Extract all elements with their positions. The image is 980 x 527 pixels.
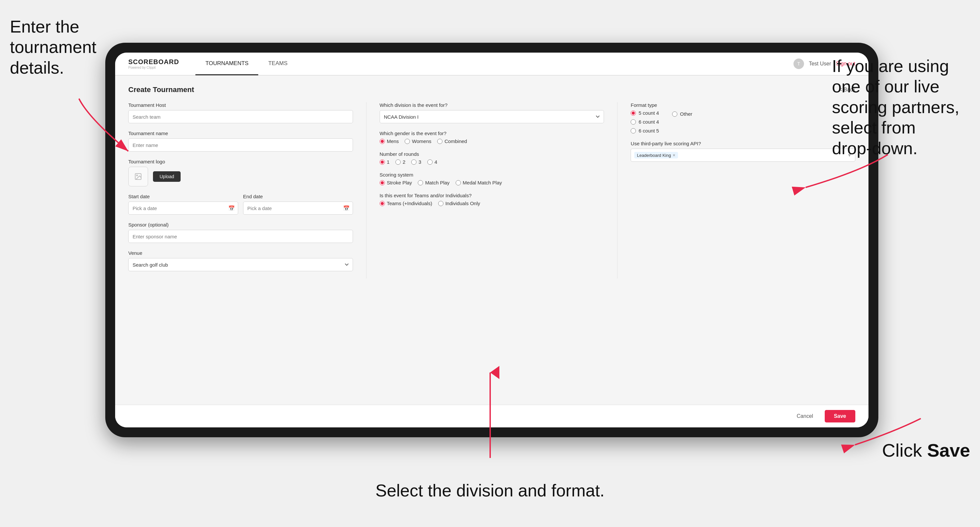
start-date-group: Start date 📅 <box>128 194 238 215</box>
logo-sub: Powered by Clippit <box>128 66 179 69</box>
annotation-topright: If you are usingone of our livescoring p… <box>832 56 970 159</box>
format-5count4-label: 5 count 4 <box>638 110 659 116</box>
tournament-name-label: Tournament name <box>128 130 353 136</box>
col-divider-1 <box>366 102 366 278</box>
form-col-left: Tournament Host Tournament name Tourname… <box>128 102 353 278</box>
division-select[interactable]: NCAA Division I <box>380 110 604 123</box>
page-header: Create Tournament < Back <box>128 86 855 94</box>
division-label: Which division is the event for? <box>380 102 604 108</box>
sponsor-input[interactable] <box>128 230 353 243</box>
venue-group: Venue Search golf club <box>128 250 353 271</box>
user-name: Test User <box>809 61 831 67</box>
rounds-1[interactable]: 1 <box>380 159 390 165</box>
tab-teams[interactable]: TEAMS <box>258 52 298 75</box>
format-other-label: Other <box>680 111 692 117</box>
format-6count5-label: 6 count 5 <box>638 128 659 133</box>
tournament-host-group: Tournament Host <box>128 102 353 123</box>
annotation-save-bold: Save <box>927 440 970 460</box>
svg-point-1 <box>137 175 137 176</box>
tab-tournaments[interactable]: TOURNAMENTS <box>196 52 258 75</box>
page-content: Create Tournament < Back Tournament Host… <box>115 76 869 405</box>
tournament-name-input[interactable] <box>128 138 353 152</box>
venue-select[interactable]: Search golf club <box>128 258 353 271</box>
format-6count4-label: 6 count 4 <box>638 119 659 125</box>
arrow-bottomright-svg <box>829 412 928 451</box>
rounds-label: Number of rounds <box>380 151 604 157</box>
end-date-group: End date 📅 <box>243 194 353 215</box>
logo: SCOREBOARD Powered by Clippit <box>128 58 179 69</box>
arrow-bottomcenter-svg <box>486 369 494 461</box>
scoring-stroke-label: Stroke Play <box>387 180 412 186</box>
gender-mens[interactable]: Mens <box>380 138 399 144</box>
scoring-label: Scoring system <box>380 172 604 178</box>
sponsor-group: Sponsor (optional) <box>128 222 353 243</box>
gender-combined[interactable]: Combined <box>437 138 467 144</box>
gender-group: Which gender is the event for? Mens Wome… <box>380 130 604 144</box>
format-6count5[interactable]: 6 count 5 <box>631 128 659 133</box>
venue-label: Venue <box>128 250 353 256</box>
calendar-icon-start: 📅 <box>228 205 235 211</box>
format-type-group: Format type 5 count 4 6 count 4 <box>631 102 855 133</box>
gender-combined-label: Combined <box>444 138 467 144</box>
logo-preview <box>128 167 148 186</box>
scoring-group: Scoring system Stroke Play Match Play <box>380 172 604 186</box>
tag-close-icon[interactable]: × <box>673 152 675 158</box>
event-type-radio-group: Teams (+Individuals) Individuals Only <box>380 200 604 206</box>
rounds-1-label: 1 <box>387 159 390 165</box>
live-scoring-tag: Leaderboard King × <box>634 152 678 159</box>
start-date-wrap: 📅 <box>128 202 238 215</box>
event-individuals-label: Individuals Only <box>445 200 480 206</box>
scoring-medal-match[interactable]: Medal Match Play <box>456 180 502 186</box>
date-row: Start date 📅 End date 📅 <box>128 194 353 215</box>
col-divider-2 <box>617 102 617 278</box>
nav-tabs: TOURNAMENTS TEAMS <box>196 52 298 75</box>
event-teams-label: Teams (+Individuals) <box>387 200 432 206</box>
end-date-label: End date <box>243 194 353 199</box>
logo-upload-row: Upload <box>128 167 353 186</box>
event-individuals[interactable]: Individuals Only <box>438 200 480 206</box>
rounds-radio-group: 1 2 3 4 <box>380 159 604 165</box>
calendar-icon-end: 📅 <box>343 205 350 211</box>
gender-womens-label: Womens <box>412 138 431 144</box>
tournament-logo-label: Tournament logo <box>128 159 353 164</box>
gender-radio-group: Mens Womens Combined <box>380 138 604 144</box>
annotation-bottomcenter: Select the division and format. <box>375 480 605 501</box>
event-teams[interactable]: Teams (+Individuals) <box>380 200 432 206</box>
upload-button[interactable]: Upload <box>153 171 181 182</box>
end-date-wrap: 📅 <box>243 202 353 215</box>
gender-womens[interactable]: Womens <box>405 138 431 144</box>
tournament-host-input[interactable] <box>128 110 353 123</box>
rounds-group: Number of rounds 1 2 <box>380 151 604 165</box>
avatar: T <box>794 59 804 69</box>
scoring-stroke[interactable]: Stroke Play <box>380 180 412 186</box>
cancel-button[interactable]: Cancel <box>790 410 820 422</box>
rounds-3[interactable]: 3 <box>411 159 421 165</box>
event-type-label: Is this event for Teams and/or Individua… <box>380 193 604 198</box>
rounds-4[interactable]: 4 <box>427 159 437 165</box>
rounds-3-label: 3 <box>418 159 421 165</box>
start-date-label: Start date <box>128 194 238 199</box>
format-6count4[interactable]: 6 count 4 <box>631 119 659 125</box>
gender-label: Which gender is the event for? <box>380 130 604 136</box>
scoring-match-label: Match Play <box>425 180 449 186</box>
rounds-2[interactable]: 2 <box>395 159 405 165</box>
start-date-input[interactable] <box>128 202 238 215</box>
format-other[interactable]: Other <box>672 111 692 117</box>
arrow-topleft-svg <box>62 92 148 164</box>
sponsor-label: Sponsor (optional) <box>128 222 353 227</box>
navbar: SCOREBOARD Powered by Clippit TOURNAMENT… <box>115 52 869 76</box>
format-5count4[interactable]: 5 count 4 <box>631 110 659 116</box>
end-date-input[interactable] <box>243 202 353 215</box>
annotation-topleft: Enter thetournamentdetails. <box>10 16 96 78</box>
live-scoring-tag-text: Leaderboard King <box>637 153 671 158</box>
rounds-2-label: 2 <box>402 159 405 165</box>
scoring-match[interactable]: Match Play <box>418 180 449 186</box>
arrow-topright-svg <box>780 144 894 197</box>
event-type-group: Is this event for Teams and/or Individua… <box>380 193 604 206</box>
division-group: Which division is the event for? NCAA Di… <box>380 102 604 123</box>
logo-title: SCOREBOARD <box>128 58 179 66</box>
form-layout: Tournament Host Tournament name Tourname… <box>128 102 855 278</box>
tournament-host-label: Tournament Host <box>128 102 353 108</box>
format-type-list: 5 count 4 6 count 4 6 count 5 <box>631 110 659 133</box>
gender-mens-label: Mens <box>387 138 399 144</box>
